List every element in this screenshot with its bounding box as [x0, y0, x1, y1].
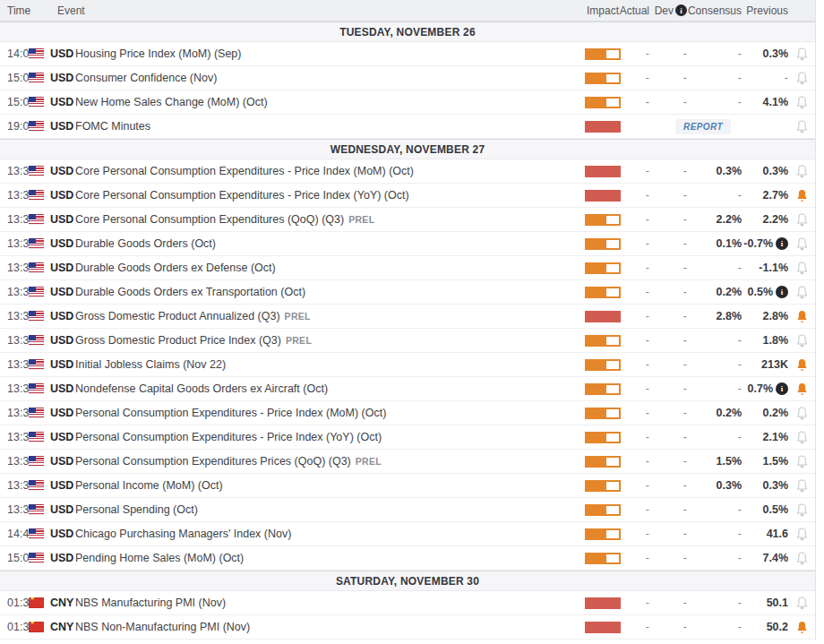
bell-icon[interactable] [794, 502, 810, 518]
event-name[interactable]: NBS Non-Manufacturing PMI (Nov) [75, 621, 250, 633]
bell-cell[interactable] [788, 95, 815, 110]
bell-icon[interactable] [794, 551, 810, 566]
bell-icon[interactable] [794, 309, 810, 324]
deviation-cell: - [659, 455, 695, 468]
currency-code: USD [50, 237, 75, 250]
bell-icon[interactable] [794, 71, 810, 86]
bell-icon[interactable] [794, 95, 810, 110]
previous-cell: 2.1% [742, 431, 788, 443]
flag-cell [29, 48, 50, 59]
event-name[interactable]: New Home Sales Change (MoM) (Oct) [75, 96, 268, 108]
deviation-value: - [683, 189, 687, 202]
bell-icon[interactable] [794, 236, 810, 252]
bell-cell[interactable] [788, 236, 815, 252]
dev-info-icon[interactable]: i [675, 4, 687, 16]
event-name[interactable]: Gross Domestic Product Price Index (Q3) [75, 334, 281, 347]
bell-icon[interactable] [794, 212, 810, 228]
event-name[interactable]: Initial Jobless Claims (Nov 22) [75, 358, 226, 371]
previous-cell: 41.6 [742, 528, 788, 540]
revised-info-icon[interactable]: i [776, 286, 788, 298]
previous-cell: 0.3% [742, 479, 788, 492]
event-name[interactable]: Personal Income (MoM) (Oct) [75, 479, 223, 492]
bell-cell[interactable] [788, 502, 815, 518]
bell-cell[interactable] [788, 596, 815, 611]
previous-value: 0.5% [763, 503, 789, 516]
bell-icon[interactable] [794, 164, 810, 179]
event-name[interactable]: Core Personal Consumption Expenditures -… [75, 165, 414, 177]
event-name[interactable]: FOMC Minutes [75, 120, 150, 133]
bell-cell[interactable] [788, 430, 815, 445]
bell-icon[interactable] [794, 357, 810, 373]
event-name[interactable]: Personal Consumption Expenditures Prices… [75, 455, 351, 468]
bell-cell[interactable] [788, 47, 815, 62]
bell-cell[interactable] [788, 620, 815, 635]
event-name[interactable]: Durable Goods Orders ex Defense (Oct) [75, 262, 276, 274]
event-name[interactable]: Pending Home Sales (MoM) (Oct) [75, 552, 244, 564]
event-name[interactable]: Durable Goods Orders ex Transportation (… [75, 286, 305, 298]
bell-icon[interactable] [794, 478, 810, 494]
bell-cell[interactable] [788, 333, 815, 348]
revised-info-icon[interactable]: i [776, 382, 788, 395]
bell-cell[interactable] [788, 164, 815, 179]
bell-cell[interactable] [788, 71, 815, 86]
event-name[interactable]: Core Personal Consumption Expenditures -… [75, 189, 409, 202]
bell-cell[interactable] [788, 406, 815, 421]
bell-cell[interactable] [788, 309, 815, 324]
bell-icon[interactable] [794, 382, 810, 397]
currency-code: USD [50, 262, 75, 274]
impact-fill [587, 434, 606, 442]
impact-indicator [585, 262, 621, 274]
actual-cell: - [623, 310, 659, 322]
bell-cell[interactable] [788, 261, 815, 276]
event-name[interactable]: Personal Consumption Expenditures - Pric… [75, 431, 382, 443]
bell-icon[interactable] [794, 454, 810, 469]
currency-code: USD [50, 310, 75, 322]
impact-cell [580, 238, 623, 250]
bell-cell[interactable] [788, 357, 815, 373]
bell-icon[interactable] [794, 285, 810, 300]
bell-icon[interactable] [794, 620, 810, 635]
event-name[interactable]: Nondefense Capital Goods Orders ex Aircr… [75, 382, 328, 395]
impact-fill [587, 50, 606, 58]
previous-cell: 0.3% [742, 165, 788, 177]
bell-icon[interactable] [794, 430, 810, 445]
event-name[interactable]: Gross Domestic Product Annualized (Q3) [75, 310, 280, 322]
deviation-value: - [683, 552, 687, 564]
event-name[interactable]: Chicago Purchasing Managers' Index (Nov) [75, 528, 291, 540]
bell-cell[interactable] [788, 551, 815, 566]
bell-cell[interactable] [788, 382, 815, 397]
event-row: 13:30 USD Gross Domestic Product Price I… [0, 329, 815, 353]
bell-cell[interactable] [788, 527, 815, 542]
bell-icon[interactable] [794, 188, 810, 203]
event-name[interactable]: Consumer Confidence (Nov) [75, 72, 217, 84]
actual-cell: - [623, 455, 659, 468]
event-name[interactable]: Personal Consumption Expenditures - Pric… [75, 407, 386, 419]
deviation-value: - [683, 455, 687, 468]
bell-icon[interactable] [794, 406, 810, 421]
actual-value: - [646, 528, 649, 540]
event-name[interactable]: NBS Manufacturing PMI (Nov) [75, 597, 226, 609]
bell-icon[interactable] [794, 47, 810, 62]
bell-icon[interactable] [794, 527, 810, 542]
bell-cell[interactable] [788, 119, 815, 134]
bell-icon[interactable] [794, 261, 810, 276]
event-name[interactable]: Core Personal Consumption Expenditures (… [75, 213, 344, 226]
revised-info-icon[interactable]: i [776, 237, 788, 250]
actual-value: - [646, 455, 649, 468]
event-row: 13:30 USD Personal Income (MoM) (Oct) - … [0, 474, 815, 498]
bell-cell[interactable] [788, 285, 815, 300]
bell-icon[interactable] [794, 119, 810, 134]
date-section-header: TUESDAY, NOVEMBER 26 [0, 21, 815, 42]
event-name[interactable]: Durable Goods Orders (Oct) [75, 237, 216, 250]
bell-cell[interactable] [788, 478, 815, 494]
report-link[interactable]: REPORT [675, 119, 731, 134]
event-row: 15:00 USD New Home Sales Change (MoM) (O… [0, 90, 815, 115]
bell-icon[interactable] [794, 333, 810, 348]
bell-cell[interactable] [788, 212, 815, 228]
bell-icon[interactable] [794, 596, 810, 611]
event-name[interactable]: Housing Price Index (MoM) (Sep) [75, 47, 241, 60]
event-name[interactable]: Personal Spending (Oct) [75, 503, 198, 516]
bell-cell[interactable] [788, 454, 815, 469]
bell-cell[interactable] [788, 188, 815, 203]
date-section-title: SATURDAY, NOVEMBER 30 [336, 575, 479, 588]
